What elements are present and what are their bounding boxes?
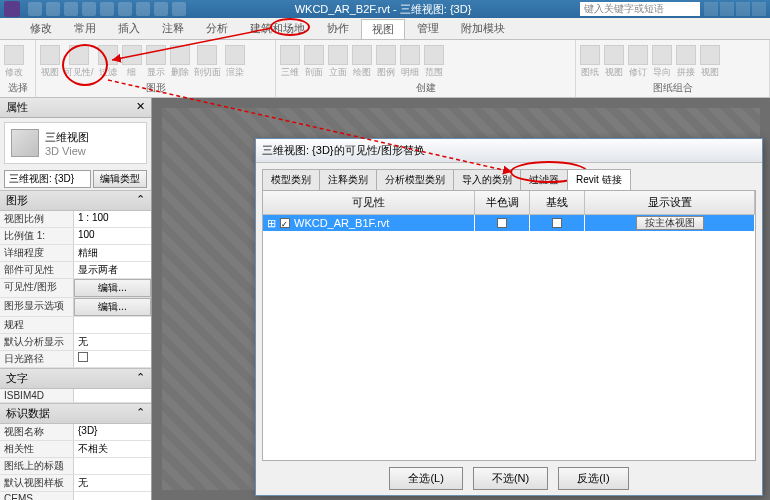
ribbon-group-create: 创建 — [280, 81, 571, 95]
ribbon-visibility-graphics[interactable]: 可见性/ — [64, 45, 94, 79]
ribbon-viewref[interactable]: 视图 — [700, 45, 720, 79]
tab-manage[interactable]: 管理 — [407, 19, 449, 38]
col-display[interactable]: 显示设置 — [585, 191, 755, 214]
view-selector[interactable]: 三维视图: {3D} — [4, 170, 91, 188]
prop-sheettitle[interactable] — [74, 458, 151, 474]
prop-partvis[interactable]: 显示两者 — [74, 262, 151, 278]
section-graphics[interactable]: 图形 — [6, 193, 28, 208]
panel-close-icon[interactable]: ✕ — [136, 100, 145, 115]
ribbon-view-templates[interactable]: 视图 — [40, 45, 60, 79]
link-filename: WKCD_AR_B1F.rvt — [294, 217, 389, 229]
expand-icon[interactable]: ⊞ — [267, 217, 276, 230]
tab-view[interactable]: 视图 — [361, 19, 405, 39]
qat-text-icon[interactable] — [154, 2, 168, 16]
prop-scaleval[interactable]: 100 — [74, 228, 151, 244]
col-visibility[interactable]: 可见性 — [263, 191, 475, 214]
select-none-button[interactable]: 不选(N) — [473, 467, 548, 490]
app-icon[interactable] — [4, 1, 20, 17]
link-row[interactable]: ⊞ WKCD_AR_B1F.rvt 按主体视图 — [263, 215, 755, 231]
tab-analyze[interactable]: 分析 — [196, 19, 238, 38]
ribbon-render[interactable]: 渲染 — [225, 45, 245, 79]
ribbon-view2[interactable]: 视图 — [604, 45, 624, 79]
ribbon-scope[interactable]: 范围 — [424, 45, 444, 79]
ribbon-cut-profile[interactable]: 剖切面 — [194, 45, 221, 79]
edit-type-button[interactable]: 编辑类型 — [93, 170, 147, 188]
prop-detail[interactable]: 精细 — [74, 245, 151, 261]
ribbon-guide[interactable]: 导向 — [652, 45, 672, 79]
search-input[interactable]: 键入关键字或短语 — [580, 2, 700, 16]
col-halftone[interactable]: 半色调 — [475, 191, 530, 214]
display-settings-button[interactable]: 按主体视图 — [636, 216, 704, 230]
ribbon-match[interactable]: 拼接 — [676, 45, 696, 79]
tab-collab[interactable]: 协作 — [317, 19, 359, 38]
ribbon-schedule[interactable]: 明细 — [400, 45, 420, 79]
ribbon-modify[interactable]: 修改 — [4, 45, 24, 79]
qat-undo-icon[interactable] — [64, 2, 78, 16]
prop-analysis[interactable]: 无 — [74, 334, 151, 350]
prop-isbim[interactable] — [74, 389, 151, 402]
prop-template[interactable]: 无 — [74, 475, 151, 491]
ribbon-revision[interactable]: 修订 — [628, 45, 648, 79]
ribbon-group-select: 选择 — [4, 81, 31, 95]
help-icon[interactable] — [704, 2, 718, 16]
tab-annot-cat[interactable]: 注释类别 — [319, 169, 377, 190]
close-icon[interactable] — [752, 2, 766, 16]
prop-vname[interactable]: {3D} — [74, 424, 151, 440]
tab-annotate[interactable]: 注释 — [152, 19, 194, 38]
ribbon-sheet[interactable]: 图纸 — [580, 45, 600, 79]
minimize-icon[interactable] — [720, 2, 734, 16]
qat-sync-icon[interactable] — [118, 2, 132, 16]
tab-massing[interactable]: 建筑和场地 — [240, 19, 315, 38]
section-id[interactable]: 标识数据 — [6, 406, 50, 421]
col-underlay[interactable]: 基线 — [530, 191, 585, 214]
tab-revit-links[interactable]: Revit 链接 — [567, 169, 631, 190]
prop-dispopt-button[interactable]: 编辑... — [74, 298, 151, 316]
underlay-checkbox[interactable] — [552, 218, 562, 228]
ribbon-remove[interactable]: 删除 — [170, 45, 190, 79]
prop-dep[interactable]: 不相关 — [74, 441, 151, 457]
quick-access-toolbar — [28, 2, 186, 16]
prop-visgfx-button[interactable]: 编辑... — [74, 279, 151, 297]
tab-home[interactable]: 常用 — [64, 19, 106, 38]
table-header: 可见性 半色调 基线 显示设置 — [263, 191, 755, 215]
tab-analytical[interactable]: 分析模型类别 — [376, 169, 454, 190]
ribbon-elevation[interactable]: 立面 — [328, 45, 348, 79]
qat-redo-icon[interactable] — [82, 2, 96, 16]
window-title: WKCD_AR_B2F.rvt - 三维视图: {3D} — [186, 2, 580, 17]
ribbon-3d[interactable]: 三维 — [280, 45, 300, 79]
tab-addins[interactable]: 附加模块 — [451, 19, 515, 38]
ribbon: 修改 选择 视图 可见性/ 过滤 细 显示 删除 剖切面 渲染 图形 三维 剖面… — [0, 40, 770, 98]
prop-cems[interactable] — [74, 492, 151, 500]
tab-insert[interactable]: 插入 — [108, 19, 150, 38]
section-text[interactable]: 文字 — [6, 371, 28, 386]
qat-3d-icon[interactable] — [172, 2, 186, 16]
ribbon-section[interactable]: 剖面 — [304, 45, 324, 79]
qat-open-icon[interactable] — [28, 2, 42, 16]
view-name: 三维视图 — [45, 130, 89, 145]
tab-modify[interactable]: 修改 — [20, 19, 62, 38]
ribbon-thin-lines[interactable]: 细 — [122, 45, 142, 79]
ribbon-show[interactable]: 显示 — [146, 45, 166, 79]
tab-imported[interactable]: 导入的类别 — [453, 169, 521, 190]
qat-save-icon[interactable] — [46, 2, 60, 16]
panel-title: 属性 — [6, 100, 28, 115]
invert-button[interactable]: 反选(I) — [558, 467, 628, 490]
halftone-checkbox[interactable] — [497, 218, 507, 228]
dialog-tabs: 模型类别 注释类别 分析模型类别 导入的类别 过滤器 Revit 链接 — [262, 169, 756, 190]
ribbon-legend[interactable]: 图例 — [376, 45, 396, 79]
prop-scale[interactable]: 1 : 100 — [74, 211, 151, 227]
qat-dim-icon[interactable] — [136, 2, 150, 16]
link-visibility-checkbox[interactable] — [280, 218, 290, 228]
view-type-card[interactable]: 三维视图 3D View — [4, 122, 147, 164]
tab-model-cat[interactable]: 模型类别 — [262, 169, 320, 190]
prop-discipline[interactable] — [74, 317, 151, 333]
select-all-button[interactable]: 全选(L) — [389, 467, 462, 490]
tab-filters[interactable]: 过滤器 — [520, 169, 568, 190]
view-sub: 3D View — [45, 145, 89, 157]
maximize-icon[interactable] — [736, 2, 750, 16]
ribbon-drafting[interactable]: 绘图 — [352, 45, 372, 79]
visibility-graphics-dialog: 三维视图: {3D}的可见性/图形替换 模型类别 注释类别 分析模型类别 导入的… — [255, 138, 763, 496]
qat-print-icon[interactable] — [100, 2, 114, 16]
ribbon-filters[interactable]: 过滤 — [98, 45, 118, 79]
prop-sunpath[interactable] — [74, 351, 151, 367]
